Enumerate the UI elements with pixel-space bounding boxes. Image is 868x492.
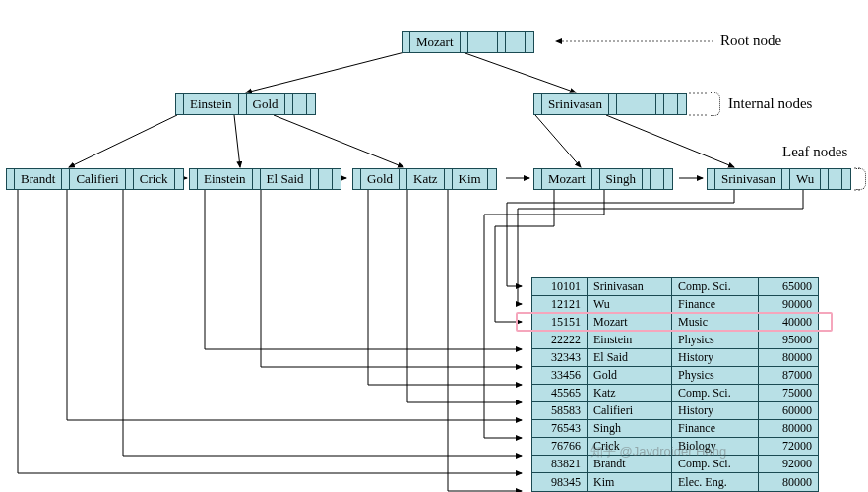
table-cell: History bbox=[672, 402, 759, 419]
internal-key: Gold bbox=[247, 94, 285, 114]
table-cell: Comp. Sci. bbox=[672, 278, 759, 295]
label-internal-nodes: Internal nodes bbox=[728, 95, 812, 112]
leaf-key: Kim bbox=[453, 169, 488, 189]
svg-line-2 bbox=[463, 52, 576, 92]
table-row: 83821BrandtComp. Sci.92000 bbox=[532, 456, 818, 473]
btree-leaf-node-4: Srinivasan Wu bbox=[707, 168, 851, 190]
table-cell: 95000 bbox=[759, 332, 818, 348]
table-row: 76543SinghFinance80000 bbox=[532, 420, 818, 438]
table-cell: Brandt bbox=[588, 456, 672, 472]
leaf-key: Singh bbox=[600, 169, 643, 189]
table-cell: 83821 bbox=[532, 456, 588, 472]
table-cell: History bbox=[672, 349, 759, 366]
diagram-canvas: Mozart Einstein Gold Srinivasan Brandt C… bbox=[0, 0, 868, 492]
table-cell: Katz bbox=[588, 385, 672, 401]
table-cell: Kim bbox=[588, 473, 672, 491]
table-cell: Biology bbox=[672, 438, 759, 455]
table-cell: 10101 bbox=[532, 278, 588, 295]
data-table: 10101SrinivasanComp. Sci.6500012121WuFin… bbox=[531, 277, 819, 492]
svg-line-7 bbox=[606, 115, 734, 167]
btree-internal-node-1: Srinivasan bbox=[533, 93, 687, 115]
btree-leaf-node-1: Einstein El Said bbox=[189, 168, 341, 190]
table-cell: Physics bbox=[672, 332, 759, 348]
table-row: 76766CrickBiology72000 bbox=[532, 438, 818, 456]
svg-line-6 bbox=[535, 115, 581, 167]
table-cell: 60000 bbox=[759, 402, 818, 419]
btree-root-node: Mozart bbox=[402, 31, 534, 53]
table-row: 98345KimElec. Eng.80000 bbox=[532, 473, 818, 491]
table-cell: 58583 bbox=[532, 402, 588, 419]
table-cell: 32343 bbox=[532, 349, 588, 366]
table-cell: 45565 bbox=[532, 385, 588, 401]
brace-leaf bbox=[856, 168, 866, 190]
table-cell: 76766 bbox=[532, 438, 588, 455]
leaf-key: Califieri bbox=[70, 169, 125, 189]
label-root-node: Root node bbox=[720, 32, 781, 49]
table-cell: 22222 bbox=[532, 332, 588, 348]
leaf-key: Brandt bbox=[15, 169, 62, 189]
table-cell: Srinivasan bbox=[588, 278, 672, 295]
leaf-key: Mozart bbox=[542, 169, 592, 189]
table-cell: 72000 bbox=[759, 438, 818, 455]
table-row: 45565KatzComp. Sci.75000 bbox=[532, 385, 818, 402]
table-cell: Gold bbox=[588, 367, 672, 384]
table-cell: 65000 bbox=[759, 278, 818, 295]
table-cell: 76543 bbox=[532, 420, 588, 437]
table-row: 58583CalifieriHistory60000 bbox=[532, 402, 818, 420]
table-cell: 80000 bbox=[759, 420, 818, 437]
table-cell: 12121 bbox=[532, 296, 588, 313]
table-cell: Singh bbox=[588, 420, 672, 437]
leaf-key: El Said bbox=[261, 169, 311, 189]
table-cell: Comp. Sci. bbox=[672, 385, 759, 401]
table-cell: El Said bbox=[588, 349, 672, 366]
table-cell: Einstein bbox=[588, 332, 672, 348]
btree-leaf-node-0: Brandt Califieri Crick bbox=[6, 168, 184, 190]
btree-internal-node-0: Einstein Gold bbox=[175, 93, 316, 115]
leaf-key: Gold bbox=[361, 169, 400, 189]
table-cell: 80000 bbox=[759, 349, 818, 366]
root-key-0: Mozart bbox=[410, 32, 461, 52]
table-cell: 98345 bbox=[532, 473, 588, 491]
btree-leaf-node-2: Gold Katz Kim bbox=[352, 168, 497, 190]
table-row: 33456GoldPhysics87000 bbox=[532, 367, 818, 385]
table-row: 32343El SaidHistory80000 bbox=[532, 349, 818, 367]
table-cell: Comp. Sci. bbox=[672, 456, 759, 472]
table-cell: Califieri bbox=[588, 402, 672, 419]
svg-line-1 bbox=[246, 52, 404, 92]
label-leaf-nodes: Leaf nodes bbox=[782, 144, 847, 160]
leaf-key: Crick bbox=[134, 169, 175, 189]
brace-internal bbox=[711, 92, 720, 116]
svg-line-5 bbox=[274, 115, 403, 167]
table-cell: Wu bbox=[588, 296, 672, 313]
table-cell: 92000 bbox=[759, 456, 818, 472]
leaf-key: Srinivasan bbox=[715, 169, 782, 189]
btree-leaf-node-3: Mozart Singh bbox=[533, 168, 673, 190]
table-cell: 75000 bbox=[759, 385, 818, 401]
internal-key: Srinivasan bbox=[542, 94, 609, 114]
table-row: 22222EinsteinPhysics95000 bbox=[532, 332, 818, 349]
svg-line-4 bbox=[234, 115, 240, 167]
leaf-key: Katz bbox=[407, 169, 445, 189]
table-cell: 80000 bbox=[759, 473, 818, 491]
leaf-key: Einstein bbox=[198, 169, 253, 189]
table-row: 10101SrinivasanComp. Sci.65000 bbox=[532, 278, 818, 296]
table-cell: Finance bbox=[672, 296, 759, 313]
table-cell: 90000 bbox=[759, 296, 818, 313]
row-highlight bbox=[516, 312, 833, 332]
svg-line-3 bbox=[69, 115, 177, 167]
leaf-key: Wu bbox=[790, 169, 821, 189]
table-cell: Crick bbox=[588, 438, 672, 455]
table-cell: Elec. Eng. bbox=[672, 473, 759, 491]
table-cell: 33456 bbox=[532, 367, 588, 384]
table-cell: 87000 bbox=[759, 367, 818, 384]
table-cell: Physics bbox=[672, 367, 759, 384]
table-cell: Finance bbox=[672, 420, 759, 437]
internal-key: Einstein bbox=[184, 94, 239, 114]
